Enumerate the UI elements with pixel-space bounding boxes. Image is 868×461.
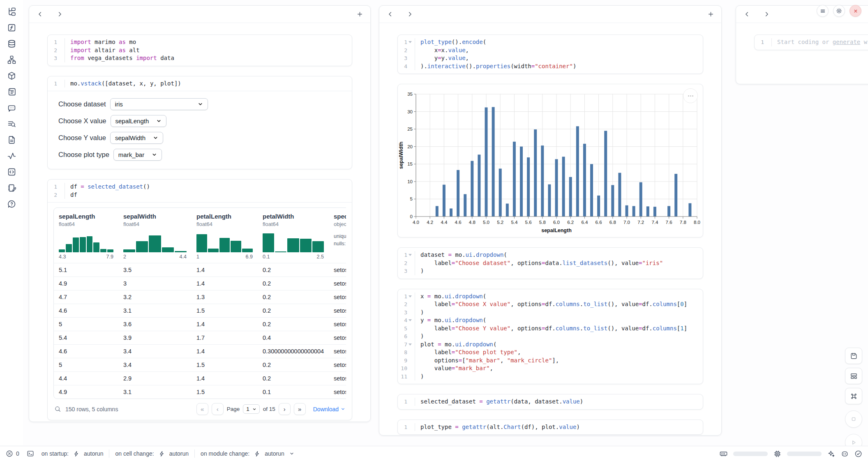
code-line[interactable]: 1df = selected_dataset() xyxy=(48,183,352,191)
fold-toggle-icon[interactable] xyxy=(409,319,412,321)
notebook-pen-icon[interactable] xyxy=(7,183,17,193)
code-line[interactable]: 6) xyxy=(398,332,703,341)
code-line[interactable]: 2import altair as alt xyxy=(48,46,352,55)
code-line[interactable]: 7plot = mo.ui.dropdown( xyxy=(398,341,703,349)
ai-sparkles-button[interactable] xyxy=(827,450,835,458)
code-line[interactable]: 1import marimo as mo xyxy=(48,38,352,46)
code-line[interactable]: 1plot_type = getattr(alt.Chart(df), plot… xyxy=(398,423,703,431)
function-square-icon[interactable] xyxy=(7,23,17,33)
column-back-button[interactable] xyxy=(743,10,751,18)
column-forward-button[interactable] xyxy=(406,10,414,18)
fold-toggle-icon[interactable] xyxy=(409,41,412,43)
column-header[interactable]: petalWidthfloat640.12.5 xyxy=(258,208,329,263)
column-header[interactable]: speciesobjectunique:nulls: xyxy=(329,208,346,263)
error-count-badge[interactable]: 0 xyxy=(6,450,19,457)
save-button[interactable] xyxy=(845,348,862,364)
dataframe-table: sepalLengthfloat644.37.9sepalWidthfloat6… xyxy=(53,207,346,399)
fold-toggle-icon[interactable] xyxy=(409,343,412,346)
code-line[interactable]: 1selected_dataset = getattr(data, datase… xyxy=(398,398,703,406)
stop-button[interactable] xyxy=(845,410,862,428)
activity-icon[interactable] xyxy=(7,151,17,161)
last-page-button[interactable]: » xyxy=(294,403,306,415)
org-chart-icon[interactable] xyxy=(7,55,17,65)
page-select[interactable]: 1 xyxy=(243,404,260,414)
close-button[interactable] xyxy=(850,5,861,17)
generate-with-ai-link[interactable]: generate xyxy=(833,39,860,45)
code-line[interactable]: 3) xyxy=(398,267,703,275)
copilot-button[interactable] xyxy=(841,450,849,458)
code-line[interactable]: 9 options=["mark_bar", "mark_circle"], xyxy=(398,357,703,365)
code-line[interactable]: 1dataset = mo.ui.dropdown( xyxy=(398,251,703,259)
add-cell-button[interactable] xyxy=(706,10,715,18)
code-editor[interactable]: 1plot_type().encode(2 x=x.value,3 y=y.va… xyxy=(398,35,703,74)
code-editor[interactable]: 1df = selected_dataset()2df xyxy=(48,180,352,202)
settings-gear-button[interactable] xyxy=(833,5,845,17)
table-cell: 1.7 xyxy=(192,331,258,345)
first-page-button[interactable]: « xyxy=(196,403,208,415)
code-line[interactable]: 2 label="Choose X value", options=df.col… xyxy=(398,300,703,309)
package-box-icon[interactable] xyxy=(7,71,17,81)
column-forward-button[interactable] xyxy=(55,10,64,18)
code-line[interactable]: 3) xyxy=(398,309,703,317)
column-header[interactable]: sepalWidthfloat6424.4 xyxy=(118,208,192,263)
search-icon[interactable] xyxy=(54,406,61,413)
code-editor[interactable]: 1dataset = mo.ui.dropdown(2 label="Choos… xyxy=(398,248,703,279)
file-text-icon[interactable] xyxy=(7,135,17,145)
menu-button[interactable] xyxy=(817,5,829,17)
help-bubble-icon[interactable] xyxy=(7,199,17,209)
code-line[interactable]: 4y = mo.ui.dropdown( xyxy=(398,316,703,325)
bot-chat-icon[interactable] xyxy=(7,103,17,113)
code-editor[interactable]: 1import marimo as mo2import altair as al… xyxy=(48,35,352,66)
runtime-config-0[interactable]: on startup:autorun xyxy=(42,450,104,457)
code-line[interactable]: 4).interactive().properties(width="conta… xyxy=(398,62,703,71)
add-cell-button[interactable] xyxy=(356,10,364,18)
altair-bar-chart[interactable]: 051015202530354.04.24.44.64.85.05.25.45.… xyxy=(398,89,703,235)
prev-page-button[interactable]: ‹ xyxy=(212,403,224,415)
column-header[interactable]: sepalLengthfloat644.37.9 xyxy=(54,208,118,263)
scroll-icon[interactable] xyxy=(7,87,17,97)
terminal-button[interactable] xyxy=(27,450,34,457)
line-number: 2 xyxy=(48,46,65,55)
choose-y-value-select[interactable]: sepalWidth xyxy=(110,132,163,144)
chart-menu-icon[interactable] xyxy=(683,88,698,103)
runtime-config-1[interactable]: on cell change:autorun xyxy=(115,450,189,457)
column-back-button[interactable] xyxy=(386,10,394,18)
column-forward-button[interactable] xyxy=(762,10,771,18)
code-line[interactable]: 1mo.vstack([dataset, x, y, plot]) xyxy=(48,80,352,88)
code-line[interactable]: 2df xyxy=(48,191,352,199)
code-line[interactable]: 8 label="Choose plot type", xyxy=(398,348,703,357)
choose-plot-type-select[interactable]: mark_bar xyxy=(113,149,162,161)
column-header[interactable]: petalLengthfloat6416.9 xyxy=(192,208,258,263)
code-cell-dataset-dropdown: 1dataset = mo.ui.dropdown(2 label="Choos… xyxy=(397,247,703,279)
connection-check-button[interactable] xyxy=(854,450,862,458)
code-editor[interactable]: 1 Start coding or generate with xyxy=(755,35,868,50)
code-line[interactable]: 3from vega_datasets import data xyxy=(48,54,352,62)
code-line[interactable]: 11) xyxy=(398,373,703,381)
code-line[interactable]: 1x = mo.ui.dropdown( xyxy=(398,293,703,301)
choose-dataset-select[interactable]: iris xyxy=(110,98,208,110)
code-editor[interactable]: 1selected_dataset = getattr(data, datase… xyxy=(398,394,703,409)
column-back-button[interactable] xyxy=(36,10,44,18)
fold-toggle-icon[interactable] xyxy=(409,295,412,297)
fold-toggle-icon[interactable] xyxy=(409,254,412,256)
list-search-icon[interactable] xyxy=(7,119,17,129)
code-editor[interactable]: 1mo.vstack([dataset, x, y, plot]) xyxy=(48,76,352,91)
code-line[interactable]: 10 value="mark_bar", xyxy=(398,364,703,373)
layout-button[interactable] xyxy=(845,368,862,384)
runtime-config-2[interactable]: on module change:autorun xyxy=(201,450,294,457)
download-button[interactable]: Download xyxy=(313,406,345,413)
code-snippet-icon[interactable] xyxy=(7,167,17,177)
code-line[interactable]: 1plot_type().encode( xyxy=(398,38,703,46)
code-editor[interactable]: 1x = mo.ui.dropdown(2 label="Choose X va… xyxy=(398,289,703,384)
code-line[interactable]: 2 label="Choose dataset", options=data.l… xyxy=(398,259,703,267)
command-palette-button[interactable] xyxy=(845,388,862,404)
code-line[interactable]: 5 label="Choose Y value", options=df.col… xyxy=(398,325,703,333)
code-line[interactable]: 2 x=x.value, xyxy=(398,46,703,55)
choose-x-value-select[interactable]: sepalLength xyxy=(111,115,167,127)
next-page-button[interactable]: › xyxy=(279,403,291,415)
line-number: 2 xyxy=(398,300,415,309)
database-icon[interactable] xyxy=(7,39,17,49)
code-editor[interactable]: 1plot_type = getattr(alt.Chart(df), plot… xyxy=(398,420,703,435)
file-tree-icon[interactable] xyxy=(7,7,17,17)
code-line[interactable]: 3 y=y.value, xyxy=(398,54,703,62)
